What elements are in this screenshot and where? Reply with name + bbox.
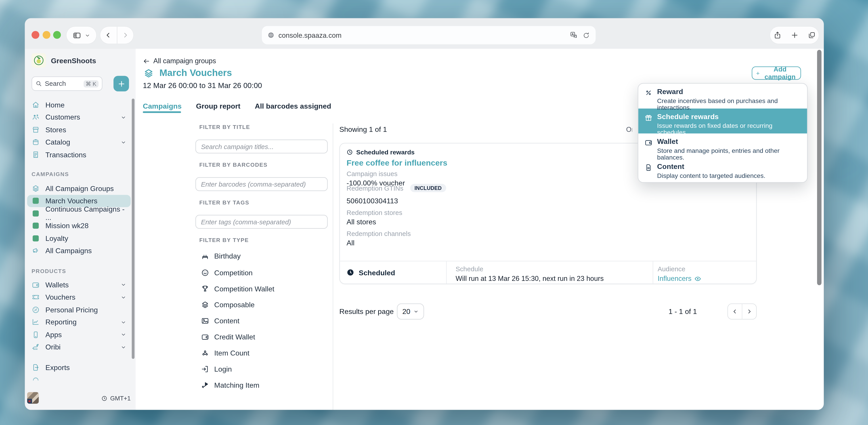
filter-type-item-count[interactable]: Item Count (201, 348, 249, 357)
browser-toolbar: console.spaaza.com (25, 18, 824, 50)
filter-title-input[interactable] (195, 140, 328, 153)
sidebar-item-transactions[interactable]: Transactions (27, 148, 130, 161)
sidebar-item-all-campaigns[interactable]: All Campaigns (27, 244, 130, 257)
page-title-row: March Vouchers (144, 67, 232, 79)
sidebar-item-loyalty[interactable]: Loyalty (27, 232, 130, 244)
layers-icon (31, 184, 40, 192)
filter-tags-input[interactable] (195, 215, 328, 229)
menu-item-reward[interactable]: Reward Create incentives based on purcha… (639, 84, 807, 109)
filter-type-login[interactable]: Login (201, 364, 232, 373)
menu-item-desc: Issue rewards on fixed dates or recurrin… (657, 122, 801, 135)
active-tab-underline (143, 111, 181, 113)
tab-overview-icon[interactable] (807, 31, 816, 39)
forward-button[interactable] (117, 27, 133, 44)
menu-item-desc: Display content to targeted audiences. (657, 172, 766, 179)
org-name: GreenShoots (51, 56, 96, 65)
filter-type-competition-wallet[interactable]: Competition Wallet (201, 284, 275, 293)
page-scrollbar[interactable] (817, 50, 822, 285)
sidebar-item-apps[interactable]: Apps (27, 329, 130, 341)
sidebar-item-label: Stores (45, 126, 66, 134)
clock-icon (346, 149, 353, 155)
next-page-button[interactable] (742, 304, 756, 319)
filter-type-composable[interactable]: Composable (201, 300, 255, 309)
sidebar-item-exports[interactable]: Exports (27, 361, 130, 374)
globe-icon (267, 31, 275, 39)
sidebar-item-stores[interactable]: Stores (27, 124, 130, 136)
chevron-down-icon (121, 344, 126, 350)
search-icon (35, 80, 42, 87)
filter-type-label: Composable (214, 300, 255, 309)
sidebar-item-all-campaign-groups[interactable]: All Campaign Groups (27, 182, 130, 194)
share-icon[interactable] (773, 31, 781, 39)
megaphone-icon (31, 246, 40, 255)
zoom-window-button[interactable] (53, 31, 61, 39)
sidebar-item-personal-pricing[interactable]: Personal Pricing (27, 303, 130, 316)
sidebar-toggle-button[interactable] (66, 27, 96, 44)
add-campaign-menu: Reward Create incentives based on purcha… (638, 83, 808, 183)
filter-title-header: FILTER BY TITLE (199, 124, 250, 130)
audience-link[interactable]: Influencers (658, 275, 756, 282)
sidebar-item-home[interactable]: Home (27, 98, 130, 111)
quick-add-button[interactable] (114, 76, 129, 91)
add-campaign-button[interactable]: Add campaign (752, 66, 801, 80)
sidebar-item-catalog[interactable]: Catalog (27, 136, 130, 148)
sidebar-item-label: March Vouchers (45, 196, 97, 205)
pagination (727, 303, 757, 320)
menu-item-content[interactable]: Content Display content to targeted audi… (639, 158, 807, 183)
sidebar-item-label: Home (45, 100, 65, 109)
chevron-right-icon (122, 31, 129, 39)
sidebar-scrollbar[interactable] (132, 98, 134, 359)
order-by-label-partial: Order by (626, 126, 632, 133)
refresh-icon[interactable] (582, 31, 590, 39)
menu-item-schedule-rewards[interactable]: Schedule rewards Issue rewards on fixed … (639, 109, 807, 133)
translate-icon[interactable] (569, 31, 578, 39)
org-switcher[interactable]: GreenShoots (31, 53, 96, 67)
products-nav: Wallets Vouchers Personal Pricing Report… (27, 279, 130, 354)
tab-bar: Campaigns Group report All barcodes assi… (143, 102, 331, 110)
per-page-select[interactable]: 20 (397, 303, 424, 320)
audience-label: Audience (658, 265, 756, 273)
new-tab-icon[interactable] (790, 31, 799, 39)
tab-group-report[interactable]: Group report (196, 102, 241, 110)
filter-type-credit-wallet[interactable]: Credit Wallet (201, 332, 255, 341)
schedule-value: Will run at 13 Mar 26 15:30, next run in… (456, 275, 653, 282)
filter-type-competition[interactable]: Competition (201, 268, 253, 277)
menu-item-wallet[interactable]: Wallet Store and manage points, entries … (639, 133, 807, 158)
close-window-button[interactable] (31, 31, 39, 39)
filter-barcodes-input[interactable] (195, 177, 328, 191)
ticket-icon (31, 293, 40, 301)
tab-campaigns[interactable]: Campaigns (143, 102, 182, 110)
sidebar-item-label: Transactions (45, 150, 86, 159)
back-link-label: All campaign groups (153, 57, 216, 65)
filter-type-content[interactable]: Content (201, 316, 240, 325)
search-input[interactable]: Search ⌘ K (31, 77, 102, 91)
sidebar-item-oribi[interactable]: Oribi (27, 341, 130, 353)
sidebar-item-reporting[interactable]: Reporting (27, 316, 130, 329)
campaign-group-icon (33, 210, 39, 216)
back-button[interactable] (100, 27, 117, 44)
address-bar[interactable]: console.spaaza.com (262, 26, 595, 44)
prev-page-button[interactable] (728, 304, 742, 319)
users-icon (31, 113, 40, 121)
chevron-down-icon (414, 309, 418, 314)
back-link[interactable]: All campaign groups (143, 57, 216, 65)
filter-type-matching-item[interactable]: Matching Item (201, 381, 259, 390)
minimize-window-button[interactable] (43, 31, 51, 39)
campaign-title-link[interactable]: Free coffee for influencers (346, 158, 447, 168)
layers-icon (201, 300, 209, 309)
user-avatar[interactable] (27, 392, 39, 404)
status-cell: Scheduled (340, 262, 447, 283)
results-count: Showing 1 of 1 (339, 125, 387, 133)
page-title: March Vouchers (159, 67, 232, 79)
sidebar-item-continuous-campaigns[interactable]: Continuous Campaigns - ... (27, 207, 130, 220)
redemption-stores-value: All stores (346, 217, 376, 226)
store-icon (31, 126, 40, 134)
add-campaign-label: Add campaign (763, 65, 797, 81)
tab-all-barcodes-assigned[interactable]: All barcodes assigned (255, 102, 331, 110)
clock-filled-icon (346, 269, 354, 276)
sidebar-item-vouchers[interactable]: Vouchers (27, 291, 130, 303)
sidebar-item-wallets[interactable]: Wallets (27, 279, 130, 291)
filter-type-birthday[interactable]: Birthday (201, 252, 241, 261)
sidebar-item-customers[interactable]: Customers (27, 111, 130, 124)
date-range: 12 Mar 26 00:00 to 31 Mar 26 00:00 (143, 81, 262, 90)
